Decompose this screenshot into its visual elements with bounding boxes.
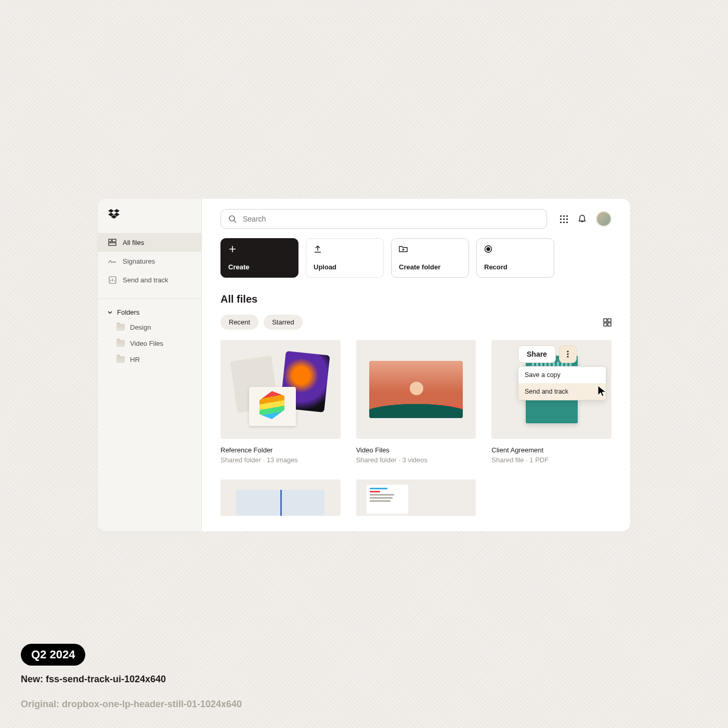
card-title: Client Agreement xyxy=(491,446,612,454)
folders-toggle[interactable]: Folders xyxy=(98,305,201,319)
create-button[interactable]: Create xyxy=(220,238,298,278)
record-button[interactable]: Record xyxy=(476,238,554,278)
svg-point-12 xyxy=(563,221,565,223)
filter-starred[interactable]: Starred xyxy=(264,315,303,330)
folder-video-files[interactable]: Video Files xyxy=(98,335,201,352)
svg-point-11 xyxy=(560,221,562,223)
svg-point-4 xyxy=(229,216,235,221)
card-video-files[interactable]: Video Files Shared folder · 3 videos xyxy=(356,340,476,464)
filter-recent[interactable]: Recent xyxy=(220,315,258,330)
card-title: Reference Folder xyxy=(220,446,341,454)
svg-point-6 xyxy=(563,215,565,216)
svg-rect-18 xyxy=(604,323,607,326)
svg-point-13 xyxy=(566,221,568,223)
grid-view-icon[interactable] xyxy=(603,318,612,327)
search-input[interactable] xyxy=(243,215,539,223)
signature-icon xyxy=(108,257,116,265)
card-reference-folder[interactable]: Reference Folder Shared folder · 13 imag… xyxy=(220,340,341,464)
svg-point-21 xyxy=(567,353,568,355)
svg-rect-1 xyxy=(112,239,116,242)
svg-point-10 xyxy=(566,218,568,219)
search-icon xyxy=(228,215,237,223)
thumbnail xyxy=(356,479,476,516)
folder-label: Design xyxy=(130,323,151,331)
card-meta: Shared folder · 3 videos xyxy=(356,456,476,464)
action-label: Create folder xyxy=(399,263,461,271)
card-meta: Shared folder · 13 images xyxy=(220,456,341,464)
sidebar-item-send-track[interactable]: Send and track xyxy=(98,270,201,289)
thumbnail xyxy=(220,479,341,516)
quarter-badge: Q2 2024 xyxy=(21,644,85,666)
record-icon xyxy=(484,245,493,254)
action-label: Create xyxy=(228,263,291,271)
thumbnail xyxy=(220,340,341,439)
apps-grid-icon[interactable] xyxy=(560,215,568,224)
app-window: All files Signatures Send and track xyxy=(98,199,630,531)
annotation-new: New: fss-send-track-ui-1024x640 xyxy=(21,674,166,685)
context-menu: Save a copy Send and track xyxy=(518,366,606,400)
folder-icon xyxy=(116,324,125,331)
svg-rect-19 xyxy=(608,323,611,326)
annotation-original: Original: dropbox-one-lp-header-still-01… xyxy=(21,699,242,710)
svg-rect-16 xyxy=(604,319,607,322)
file-grid: Reference Folder Shared folder · 13 imag… xyxy=(220,340,612,516)
menu-send-track[interactable]: Send and track xyxy=(518,383,606,400)
sidebar-item-label: Signatures xyxy=(123,257,155,265)
action-row: Create Upload Create folder xyxy=(220,238,612,278)
folders-header-label: Folders xyxy=(117,308,139,316)
dropbox-logo-icon xyxy=(108,209,201,219)
svg-point-7 xyxy=(566,215,568,216)
folder-hr[interactable]: HR xyxy=(98,352,201,368)
folder-label: Video Files xyxy=(130,340,163,347)
svg-point-22 xyxy=(567,356,568,357)
card-row2-a[interactable] xyxy=(220,479,341,516)
upload-button[interactable]: Upload xyxy=(306,238,384,278)
more-menu-button[interactable] xyxy=(559,345,577,363)
svg-rect-2 xyxy=(109,243,116,245)
svg-point-15 xyxy=(487,248,490,251)
bell-icon[interactable] xyxy=(578,214,587,224)
card-meta: Shared file · 1 PDF xyxy=(491,456,612,464)
folder-icon xyxy=(116,340,125,347)
share-button[interactable]: Share xyxy=(518,345,556,363)
menu-save-copy[interactable]: Save a copy xyxy=(518,367,606,383)
thumbnail: Client Agreement Share Save xyxy=(491,340,612,439)
svg-rect-17 xyxy=(608,319,611,322)
topbar xyxy=(220,209,612,229)
chevron-down-icon xyxy=(107,309,113,315)
sidebar-divider xyxy=(98,298,201,299)
sidebar-item-signatures[interactable]: Signatures xyxy=(98,252,201,270)
sidebar-item-all-files[interactable]: All files xyxy=(98,233,201,252)
upload-icon xyxy=(314,245,323,254)
filter-row: Recent Starred xyxy=(220,315,612,330)
cursor-icon xyxy=(597,385,607,397)
page-title: All files xyxy=(220,293,612,305)
folder-label: HR xyxy=(130,356,140,363)
sidebar: All files Signatures Send and track xyxy=(98,199,202,531)
sidebar-item-label: All files xyxy=(123,239,144,246)
all-files-icon xyxy=(108,238,116,246)
avatar[interactable] xyxy=(596,211,612,227)
chart-icon xyxy=(108,276,116,284)
svg-point-5 xyxy=(560,215,562,216)
share-popover: Share Save a copy Send and track xyxy=(518,345,606,400)
kebab-icon xyxy=(567,350,569,358)
action-label: Record xyxy=(484,263,547,271)
create-folder-icon xyxy=(399,245,408,254)
sidebar-item-label: Send and track xyxy=(123,276,168,284)
folder-design[interactable]: Design xyxy=(98,319,201,335)
create-folder-button[interactable]: Create folder xyxy=(391,238,469,278)
top-icons xyxy=(560,211,612,227)
thumbnail xyxy=(356,340,476,439)
svg-point-20 xyxy=(567,350,568,352)
svg-point-9 xyxy=(563,218,565,219)
plus-icon xyxy=(228,245,238,254)
svg-rect-0 xyxy=(109,239,111,242)
main-content: Create Upload Create folder xyxy=(202,199,630,531)
card-client-agreement[interactable]: Client Agreement Share Save xyxy=(491,340,612,464)
card-row2-b[interactable] xyxy=(356,479,476,516)
search-field[interactable] xyxy=(220,209,547,229)
card-title: Video Files xyxy=(356,446,476,454)
folder-icon xyxy=(116,356,125,363)
action-label: Upload xyxy=(314,263,376,271)
